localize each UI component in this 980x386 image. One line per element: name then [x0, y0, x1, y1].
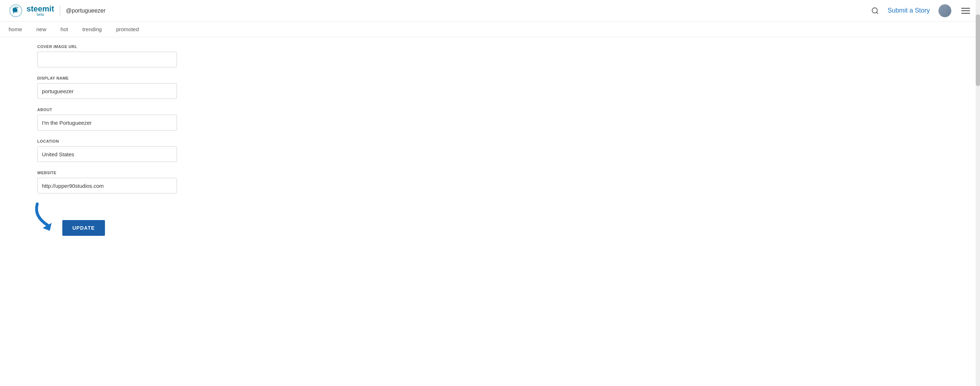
cover-image-url-group: COVER IMAGE URL	[37, 45, 236, 67]
header: steemit beta @portugueezer Submit a Stor…	[0, 0, 980, 21]
display-name-label: DISPLAY NAME	[37, 76, 236, 80]
cover-image-url-input[interactable]	[37, 52, 177, 67]
display-name-group: DISPLAY NAME	[37, 76, 236, 99]
cover-image-url-label: COVER IMAGE URL	[37, 45, 236, 49]
nav-item-promoted[interactable]: promoted	[116, 26, 138, 32]
nav-item-new[interactable]: new	[37, 26, 46, 32]
hamburger-line-1	[961, 8, 970, 9]
location-group: LOCATION	[37, 139, 236, 162]
header-divider	[60, 5, 60, 16]
website-group: WEBSITE	[37, 171, 236, 193]
logo-beta: beta	[27, 13, 54, 16]
nav-item-trending[interactable]: trending	[83, 26, 102, 32]
about-label: ABOUT	[37, 107, 236, 112]
scrollbar-track[interactable]	[976, 0, 980, 386]
avatar-image	[939, 4, 951, 17]
hamburger-line-2	[961, 10, 970, 11]
logo-name: steemit	[27, 5, 54, 13]
action-area: UPDATE	[37, 202, 236, 236]
svg-line-1	[877, 12, 878, 14]
hamburger-menu-button[interactable]	[960, 6, 971, 15]
website-label: WEBSITE	[37, 171, 236, 175]
nav-item-home[interactable]: home	[9, 26, 22, 32]
steemit-logo-icon	[9, 3, 23, 18]
about-input[interactable]	[37, 115, 177, 131]
hamburger-line-3	[961, 13, 970, 14]
website-input[interactable]	[37, 178, 177, 193]
main-nav: home new hot trending promoted	[0, 21, 980, 37]
location-label: LOCATION	[37, 139, 236, 144]
submit-story-button[interactable]: Submit a Story	[888, 7, 930, 14]
header-right: Submit a Story	[871, 4, 971, 17]
arrow-decoration	[30, 202, 66, 231]
nav-item-hot[interactable]: hot	[60, 26, 68, 32]
avatar[interactable]	[939, 4, 951, 17]
search-button[interactable]	[871, 7, 879, 15]
update-button[interactable]: UPDATE	[62, 220, 105, 236]
location-input[interactable]	[37, 146, 177, 162]
scrollbar-thumb[interactable]	[976, 14, 980, 86]
username-display: @portugueezer	[66, 8, 106, 14]
search-icon	[871, 7, 879, 15]
logo-link[interactable]: steemit beta	[9, 3, 54, 18]
display-name-input[interactable]	[37, 83, 177, 99]
main-content: COVER IMAGE URL DISPLAY NAME ABOUT LOCAT…	[0, 37, 251, 251]
svg-point-0	[872, 8, 878, 13]
arrow-down-icon	[30, 202, 62, 231]
about-group: ABOUT	[37, 107, 236, 131]
